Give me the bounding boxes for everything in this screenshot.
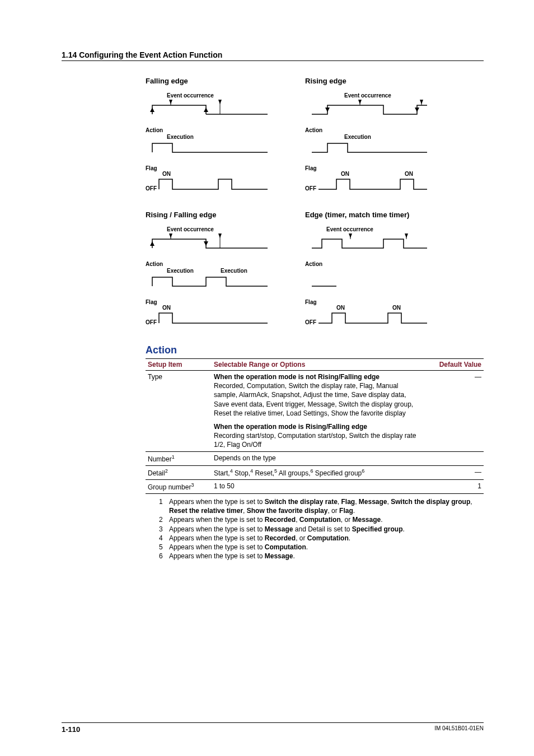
label-event: Event occurrence (167, 226, 214, 232)
label-action: Action (146, 127, 163, 133)
label-on: ON (162, 305, 171, 311)
th-default: Default Value (423, 359, 484, 371)
svg-marker-4 (150, 108, 154, 112)
diagram-title: Edge (timer, match time timer) (305, 211, 442, 219)
type-txt2: Recording start/stop, Computation start/… (214, 431, 421, 449)
diagram-title: Falling edge (146, 77, 283, 85)
cell-number-default (423, 451, 484, 465)
cell-type-default: — (423, 371, 484, 452)
label-exec2: Execution (221, 268, 247, 274)
label-flag: Flag (305, 299, 317, 305)
th-item: Setup Item (146, 359, 212, 371)
label-on2: ON (392, 305, 401, 311)
label-off: OFF (146, 185, 157, 192)
cell-group-range: 1 to 50 (212, 479, 423, 493)
label-on: ON (336, 305, 345, 311)
label-event: Event occurrence (167, 92, 214, 99)
th-range: Selectable Range or Options (212, 359, 423, 371)
cell-group-label: Group number3 (146, 479, 212, 493)
diagram-falling-svg: Event occurrence Action Execution Flag (146, 90, 283, 195)
note-row: 5Appears when the type is set to Computa… (159, 543, 484, 552)
cell-number-range: Depends on the type (212, 451, 423, 465)
label-event: Event occurrence (344, 92, 391, 99)
label-on: ON (162, 171, 171, 177)
note-row: 3Appears when the type is set to Message… (159, 525, 484, 534)
label-flag: Flag (146, 299, 157, 305)
svg-marker-16 (150, 241, 154, 246)
diagram-both: Rising / Falling edge Event occurrence A… (146, 211, 283, 329)
svg-marker-5 (204, 108, 208, 112)
type-sub1: When the operation mode is not Rising/Fa… (214, 372, 421, 381)
label-off: OFF (305, 319, 316, 325)
note-row: 4Appears when the type is set to Recorde… (159, 534, 484, 543)
diagram-both-svg: Event occurrence Action Execution Execut… (146, 223, 283, 329)
action-heading: Action (146, 344, 484, 356)
page-number: 1-110 (62, 725, 80, 734)
cell-number-label: Number1 (146, 451, 212, 465)
action-table: Setup Item Selectable Range or Options D… (146, 358, 484, 494)
diagram-rising: Rising edge Event occurrence Action Exec… (305, 77, 442, 195)
label-exec: Execution (344, 134, 371, 140)
cell-detail-default: — (423, 465, 484, 479)
label-on2: ON (405, 171, 413, 177)
label-action: Action (146, 261, 163, 267)
cell-type-label: Type (146, 371, 212, 452)
section-heading: 1.14 Configuring the Event Action Functi… (62, 50, 484, 61)
type-sub2: When the operation mode is Rising/Fallin… (214, 422, 421, 431)
label-flag: Flag (146, 165, 157, 171)
doc-code: IM 04L51B01-01EN (434, 725, 484, 734)
diagram-title: Rising edge (305, 77, 442, 85)
cell-detail-range: Start,4 Stop,4 Reset,5 All groups,6 Spec… (212, 465, 423, 479)
page-footer: 1-110 IM 04L51B01-01EN (62, 722, 484, 734)
diagram-edge: Edge (timer, match time timer) Event occ… (305, 211, 442, 329)
label-action: Action (305, 127, 322, 133)
svg-marker-10 (325, 108, 330, 112)
cell-group-default: 1 (423, 479, 484, 493)
note-row: 6Appears when the type is set to Message… (159, 552, 484, 561)
label-event: Event occurrence (326, 226, 373, 232)
label-on: ON (341, 171, 349, 177)
label-action: Action (305, 261, 322, 267)
type-txt1: Recorded, Computation, Switch the displa… (214, 381, 421, 418)
cell-type-range: When the operation mode is not Rising/Fa… (212, 371, 423, 452)
label-off: OFF (305, 185, 316, 192)
diagram-edge-svg: Event occurrence Action Flag ON ON OFF (305, 223, 442, 329)
note-row: 1Appears when the type is set to Switch … (159, 497, 484, 515)
svg-marker-11 (415, 108, 419, 112)
cell-detail-label: Detail2 (146, 465, 212, 479)
svg-marker-17 (204, 241, 208, 246)
diagram-falling: Falling edge Event occurrence Action Exe (146, 77, 283, 195)
label-flag: Flag (305, 165, 317, 171)
label-exec: Execution (167, 134, 194, 140)
notes-list: 1Appears when the type is set to Switch … (146, 497, 484, 561)
note-row: 2Appears when the type is set to Recorde… (159, 515, 484, 524)
label-off: OFF (146, 319, 157, 325)
diagram-rising-svg: Event occurrence Action Execution Flag O… (305, 90, 442, 195)
label-exec: Execution (167, 268, 194, 274)
diagram-title: Rising / Falling edge (146, 211, 283, 219)
